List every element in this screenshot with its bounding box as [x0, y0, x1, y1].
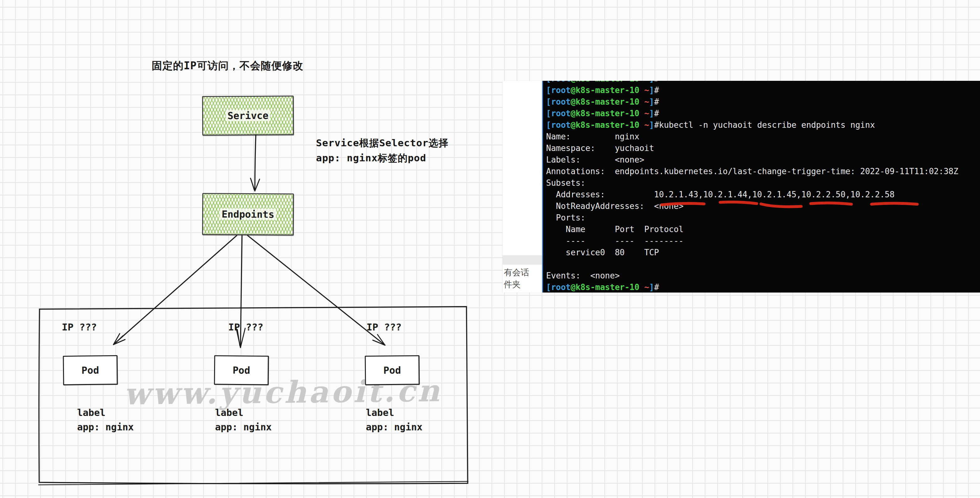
- pod2-box: Pod: [214, 355, 269, 385]
- terminal-line: Annotations: endpoints.kubernetes.io/las…: [546, 166, 980, 177]
- pod2-label-value: app: nginx: [215, 422, 272, 433]
- pod1-label-value: app: nginx: [77, 422, 134, 433]
- pod2-label: Pod: [232, 365, 250, 376]
- pod3-ip-label: IP ???: [366, 321, 402, 333]
- terminal-line: NotReadyAddresses: <none>: [546, 200, 980, 212]
- service-box-label: Serivce: [226, 110, 270, 122]
- terminal-line: [root@k8s-master-10 ~]#: [546, 96, 980, 108]
- pod2-label-key: label: [215, 407, 243, 418]
- terminal-line: [root@k8s-master-10 ~]#: [546, 84, 980, 96]
- endpoints-box: Endpoints: [202, 193, 294, 236]
- pod1-label: Pod: [81, 365, 99, 376]
- pod3-label-key: label: [366, 407, 394, 418]
- service-box: Serivce: [202, 95, 294, 136]
- pods-container-rect-echo: [38, 481, 468, 485]
- pod1-ip-label: IP ???: [62, 321, 97, 333]
- session-panel-item-sessions[interactable]: 有会话: [504, 267, 529, 278]
- arrow-endpoints-pod1-head: [113, 333, 125, 344]
- arrow-endpoints-pod1: [113, 236, 237, 344]
- terminal-line: [546, 259, 980, 270]
- pod3-box: Pod: [365, 355, 420, 385]
- pod1-box: Pod: [63, 355, 118, 385]
- selector-note-line2: app: nginx标签的pod: [316, 152, 426, 165]
- terminal-line: ---- ---- --------: [546, 235, 980, 247]
- arrow-endpoints-pod3-head: [373, 335, 385, 345]
- terminal-line: Name Port Protocol: [546, 224, 980, 235]
- arrow-service-endpoints: [255, 135, 256, 190]
- pod2-ip-label: IP ???: [228, 321, 263, 333]
- session-panel-item-folder[interactable]: 件夹: [504, 279, 521, 290]
- session-panel-highlight-row: [503, 255, 542, 265]
- arrow-endpoints-pod3: [248, 236, 385, 345]
- terminal-window[interactable]: [root@k8s-master-10 ~]#[root@k8s-master-…: [542, 81, 980, 293]
- terminal-line: Name: nginx: [546, 131, 980, 143]
- arrow-service-endpoints-head: [250, 178, 259, 191]
- terminal-line: Ports:: [546, 212, 980, 224]
- diagram-title-note: 固定的IP可访问，不会随便修改: [152, 59, 304, 73]
- terminal-line: Labels: <none>: [546, 154, 980, 166]
- terminal-line: [root@k8s-master-10 ~]#: [546, 282, 980, 293]
- terminal-line: Addresses: 10.2.1.43,10.2.1.44,10.2.1.45…: [546, 189, 980, 200]
- terminal-line: [root@k8s-master-10 ~]#: [546, 108, 980, 119]
- terminal-line: Events: <none>: [546, 270, 980, 282]
- terminal-output: [root@k8s-master-10 ~]#[root@k8s-master-…: [546, 81, 980, 293]
- terminal-line: service0 80 TCP: [546, 247, 980, 259]
- terminal-line: Namespace: yuchaoit: [546, 143, 980, 154]
- desktop-canvas: { "diagram": { "title_note": "固定的IP可访问，不…: [0, 0, 980, 498]
- pod1-label-key: label: [77, 407, 105, 418]
- selector-note-line1: Service根据Selector选择: [316, 136, 449, 150]
- session-panel: 有会话 件夹: [503, 81, 542, 293]
- terminal-line: Subsets:: [546, 177, 980, 189]
- terminal-line: [root@k8s-master-10 ~]#kubectl -n yuchao…: [546, 119, 980, 131]
- pod3-label: Pod: [383, 365, 401, 376]
- endpoints-box-label: Endpoints: [220, 209, 276, 220]
- terminal-line: [root@k8s-master-10 ~]#: [546, 81, 980, 84]
- pod3-label-value: app: nginx: [366, 422, 423, 433]
